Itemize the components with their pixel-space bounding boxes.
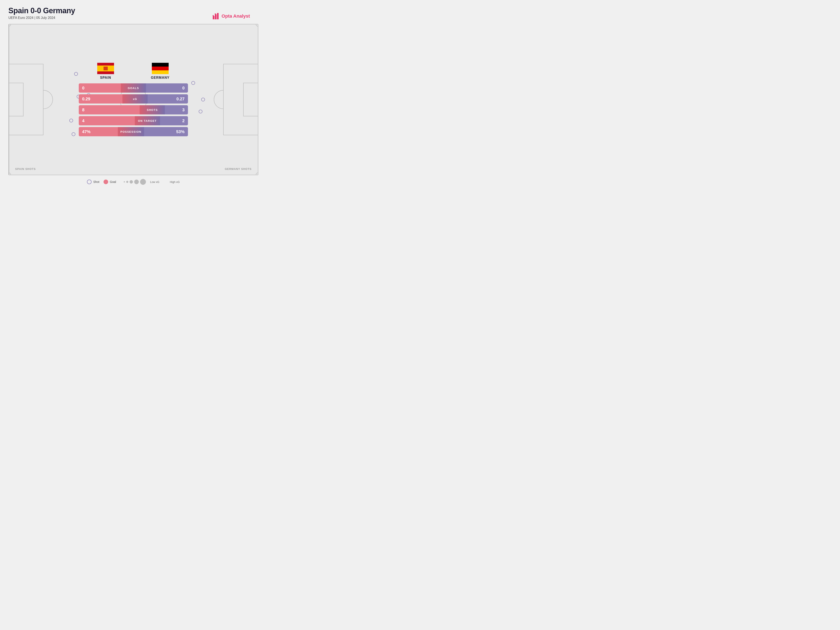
svg-rect-1: [215, 14, 216, 19]
opta-logo-icon: [212, 12, 220, 20]
corner-tl: [8, 24, 11, 27]
corner-bl: [8, 173, 11, 175]
flags-row: SPAIN GERMANY: [79, 63, 188, 80]
spain-team-info: SPAIN: [97, 63, 114, 80]
goal-left: [8, 91, 9, 108]
stat-row-2: 8 SHOTS 3: [79, 105, 188, 114]
stat-away-value-1: 0.27: [148, 94, 188, 104]
stat-home-value-2: 8: [79, 105, 140, 114]
stat-label-4: POSSESSION: [118, 127, 144, 136]
legend-goal-icon: [104, 180, 108, 184]
germany-flag: [152, 63, 169, 74]
germany-shot-1: [191, 81, 195, 85]
stat-home-value-0: 0: [79, 84, 121, 93]
xg-dot-5: [140, 179, 146, 185]
xg-dot-4: [134, 180, 139, 184]
stat-row-4: 47% POSSESSION 53%: [79, 127, 188, 136]
logo-opta: Opta: [221, 13, 232, 19]
legend-shot-icon: [87, 180, 92, 184]
germany-shot-3: [199, 110, 202, 114]
stats-panel: SPAIN GERMANY 0 GOALS: [79, 63, 188, 136]
spain-shots-label: SPAIN SHOTS: [15, 167, 36, 171]
stat-row-1: 0.29 xG 0.27: [79, 94, 188, 104]
svg-rect-10: [152, 70, 169, 74]
stat-away-value-2: 3: [165, 105, 188, 114]
svg-rect-8: [152, 63, 169, 66]
corner-br: [256, 173, 258, 175]
logo-analyst: Analyst: [232, 13, 250, 19]
germany-shots-label: GERMANY SHOTS: [225, 167, 251, 171]
legend-shot-label: Shot: [93, 180, 99, 183]
stat-away-value-0: 0: [146, 84, 188, 93]
goal-right: [258, 91, 258, 108]
legend-goal-label: Goal: [110, 180, 116, 183]
svg-rect-3: [213, 15, 213, 16]
xg-labels: Low xG High xG: [150, 180, 180, 183]
xg-dot-2: [126, 181, 128, 183]
xg-high-label: High xG: [170, 180, 180, 183]
stat-row-3: 4 ON TARGET 2: [79, 116, 188, 125]
legend-xg: [124, 179, 146, 185]
spain-name: SPAIN: [100, 76, 111, 80]
stat-label-1: xG: [122, 94, 148, 104]
corner-tr: [256, 24, 258, 27]
stat-row-0: 0 GOALS 0: [79, 84, 188, 93]
germany-shot-2: [201, 98, 205, 101]
spain-shot-5: [69, 118, 73, 122]
spain-flag: [97, 63, 114, 74]
goal-box-right: [243, 83, 258, 116]
legend-shot: Shot: [87, 180, 99, 184]
stat-home-value-3: 4: [79, 116, 135, 125]
stat-home-value-1: 0.29: [79, 94, 122, 104]
xg-dot-3: [129, 180, 133, 183]
xg-low-label: Low xG: [150, 180, 159, 183]
stat-away-value-3: 2: [160, 116, 188, 125]
spain-shot-1: [74, 72, 78, 76]
germany-name: GERMANY: [151, 76, 169, 80]
svg-rect-7: [104, 66, 108, 70]
svg-rect-4: [215, 13, 216, 14]
logo-area: Opta Analyst: [212, 12, 250, 20]
spain-shot-6: [72, 132, 76, 136]
germany-team-info: GERMANY: [151, 63, 169, 80]
stat-label-2: SHOTS: [140, 105, 165, 114]
svg-rect-9: [152, 66, 169, 70]
stat-label-0: GOALS: [121, 84, 146, 93]
stat-away-value-4: 53%: [144, 127, 188, 136]
svg-rect-2: [217, 13, 219, 19]
svg-rect-0: [213, 16, 215, 19]
logo-text: Opta Analyst: [221, 13, 250, 19]
goal-box-left: [9, 83, 24, 116]
stat-home-value-4: 47%: [79, 127, 118, 136]
stat-label-3: ON TARGET: [135, 116, 160, 125]
football-pitch: SPAIN SHOTS GERMANY SHOTS SPAIN: [8, 24, 258, 175]
stat-rows: 0 GOALS 0 0.29 xG 0.27 8 SHOTS: [79, 84, 188, 136]
xg-dot-1: [124, 181, 125, 183]
legend: Shot Goal Low xG High xG: [8, 179, 258, 185]
legend-goal: Goal: [104, 180, 116, 184]
